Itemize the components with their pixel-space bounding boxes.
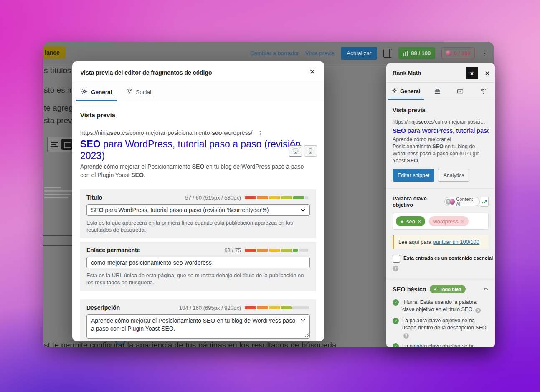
- keyword-tag-label: seo: [406, 218, 415, 225]
- sidebar-content: Vista previa https://ninjaseo.es/como-me…: [386, 107, 495, 347]
- descripcion-input-wrap: Aprende cómo mejorar el Posicionamiento …: [86, 314, 310, 339]
- list-item: ✓ ¡Hurra! Estás usando la palabra clave …: [393, 299, 489, 313]
- field-titulo: Título 57 / 60 (515px / 580px) Esto es l…: [80, 189, 316, 238]
- help-icon[interactable]: ?: [393, 266, 398, 271]
- device-toggle: [289, 145, 317, 157]
- seo-score-value: 88 / 100: [411, 50, 431, 56]
- analytics-button[interactable]: Analytics: [438, 169, 469, 182]
- gear-icon: [392, 88, 398, 95]
- all-good-badge: ✓ Todo bien: [430, 285, 466, 293]
- chevron-up-icon[interactable]: [483, 286, 489, 293]
- keyword-tags-input[interactable]: ★ seo ✕ wordpress ✕: [393, 213, 489, 230]
- star-button[interactable]: ★: [466, 67, 478, 79]
- editor-bottom-text: st te permite configurar la apariencia d…: [44, 341, 336, 347]
- titulo-score-bar: [245, 196, 310, 199]
- sidebar-tab-schema[interactable]: [449, 83, 472, 100]
- content-ai-label: Content AI: [456, 197, 476, 207]
- titulo-help: Esto es lo que aparecerá en la primera l…: [86, 219, 310, 233]
- check-circle-icon: ✓: [393, 299, 399, 306]
- enlace-score-bar: [245, 249, 310, 252]
- preview-heading: Vista previa: [80, 111, 316, 119]
- resize-handle[interactable]: [305, 334, 309, 337]
- titulo-input[interactable]: [87, 205, 309, 215]
- descripcion-score-bar: [245, 306, 310, 309]
- tab-general[interactable]: General: [74, 83, 119, 101]
- settings-sidebar-toggle-icon[interactable]: [383, 49, 392, 58]
- keyword-tag-wordpress: wordpress ✕: [429, 216, 468, 226]
- help-icon[interactable]: ?: [475, 308, 481, 313]
- chevron-down-icon[interactable]: [300, 317, 306, 325]
- sidebar-header: Rank Math ★ ✕: [386, 63, 495, 83]
- rank-math-sidebar: Rank Math ★ ✕ General Vista previa: [386, 63, 495, 347]
- trends-button[interactable]: [480, 197, 489, 207]
- remove-tag-icon[interactable]: ✕: [461, 219, 464, 224]
- tab-social[interactable]: Social: [119, 83, 158, 101]
- tab-general-label: General: [91, 89, 112, 95]
- enlace-help: Esta es la URL única de esta página, que…: [86, 272, 310, 286]
- sidebar-preview-heading: Vista previa: [393, 107, 489, 114]
- enlace-counter: 63 / 75: [224, 247, 241, 253]
- pillar-checkbox[interactable]: [393, 255, 400, 263]
- sidebar-serp-url: https://ninjaseo.es/como-mejorar-posici…: [393, 119, 489, 125]
- align-icon[interactable]: [51, 142, 58, 147]
- modal-header: Vista previa del editor de fragmentos de…: [72, 61, 324, 83]
- focus-keyword-label: Palabra clave objetivo: [393, 195, 442, 208]
- all-good-label: Todo bien: [440, 287, 461, 292]
- enlace-input-wrap: [86, 257, 310, 268]
- update-button[interactable]: Actualizar: [341, 47, 377, 60]
- image-block-icon[interactable]: [61, 139, 72, 150]
- sidebar-title: Rank Math: [393, 70, 421, 76]
- pillar-help-row: ?: [393, 266, 489, 271]
- descripcion-counter: 104 / 160 (695px / 920px): [179, 305, 241, 311]
- enlace-input[interactable]: [87, 257, 309, 268]
- star-icon: ★: [400, 219, 404, 224]
- gear-icon: [81, 88, 88, 96]
- titulo-label: Título: [86, 194, 185, 201]
- sidebar-tab-general[interactable]: General: [386, 83, 426, 100]
- chevron-down-icon[interactable]: [300, 207, 306, 215]
- desktop-preview-button[interactable]: [289, 145, 302, 157]
- check-circle-icon: ✓: [393, 318, 399, 324]
- remove-tag-icon[interactable]: ✕: [418, 219, 421, 224]
- modal-body: Vista previa https://ninjaseo.es/como-me…: [72, 101, 324, 341]
- content-ai-icon: [446, 50, 451, 56]
- pillar-content-row: Esta entrada es un contenido esencial: [393, 255, 489, 263]
- notice-text: Lee aquí para: [398, 239, 433, 245]
- sidebar-tab-toolbox[interactable]: [426, 83, 449, 100]
- modal-title: Vista previa del editor de fragmentos de…: [80, 69, 212, 76]
- score-notice: Lee aquí para puntuar un 100/100: [393, 235, 489, 249]
- edit-snippet-button[interactable]: Editar snippet: [393, 169, 434, 182]
- mobile-preview-button[interactable]: [304, 145, 317, 157]
- check-icon: ✓: [434, 286, 438, 292]
- snippet-editor-modal: Vista previa del editor de fragmentos de…: [72, 61, 324, 341]
- options-kebab-icon[interactable]: ⋮: [481, 50, 488, 57]
- descripcion-textarea[interactable]: Aprende cómo mejorar el Posicionamiento …: [87, 315, 309, 338]
- seo-score-badge[interactable]: 88 / 100: [398, 47, 435, 59]
- keyword-tag-seo: ★ seo ✕: [396, 216, 425, 226]
- sidebar-serp-description: Aprende cómo mejorar el Posicionamiento …: [393, 136, 489, 164]
- editor-toolbar-right: Cambiar a borrador Vista previa Actualiz…: [250, 42, 488, 64]
- content-ai-score-badge[interactable]: 0 / 100: [441, 47, 475, 59]
- divider: [43, 245, 72, 246]
- list-item: ✓ La palabra clave objetivo se ha usado …: [393, 343, 489, 347]
- preview-link[interactable]: Vista previa: [305, 50, 335, 56]
- close-icon[interactable]: ✕: [309, 68, 315, 76]
- pillar-label: Esta entrada es un contenido esencial: [403, 255, 493, 261]
- score-100-link[interactable]: puntuar un 100/100: [433, 239, 479, 245]
- balance-button[interactable]: lance: [43, 46, 66, 59]
- bar-chart-icon: [403, 51, 408, 56]
- descripcion-label: Descripción: [86, 304, 179, 311]
- enlace-label: Enlace permanente: [86, 247, 224, 253]
- help-icon[interactable]: ?: [403, 333, 409, 339]
- field-descripcion: Descripción 104 / 160 (695px / 920px) Ap…: [80, 299, 316, 341]
- serp-description: Aprende cómo mejorar el Posicionamiento …: [80, 162, 306, 179]
- close-icon[interactable]: ✕: [484, 70, 490, 77]
- content-ai-score-value: 0 / 100: [454, 50, 471, 56]
- seo-basico-header[interactable]: SEO básico ✓ Todo bien: [386, 279, 495, 293]
- share-nodes-icon: [126, 89, 132, 96]
- switch-to-draft-link[interactable]: Cambiar a borrador: [250, 50, 299, 56]
- page-background: lance Cambiar a borrador Vista previa Ac…: [0, 0, 540, 392]
- tab-social-label: Social: [136, 89, 151, 95]
- content-ai-button[interactable]: ? Content AI: [444, 197, 479, 206]
- sidebar-tab-social[interactable]: [472, 83, 495, 100]
